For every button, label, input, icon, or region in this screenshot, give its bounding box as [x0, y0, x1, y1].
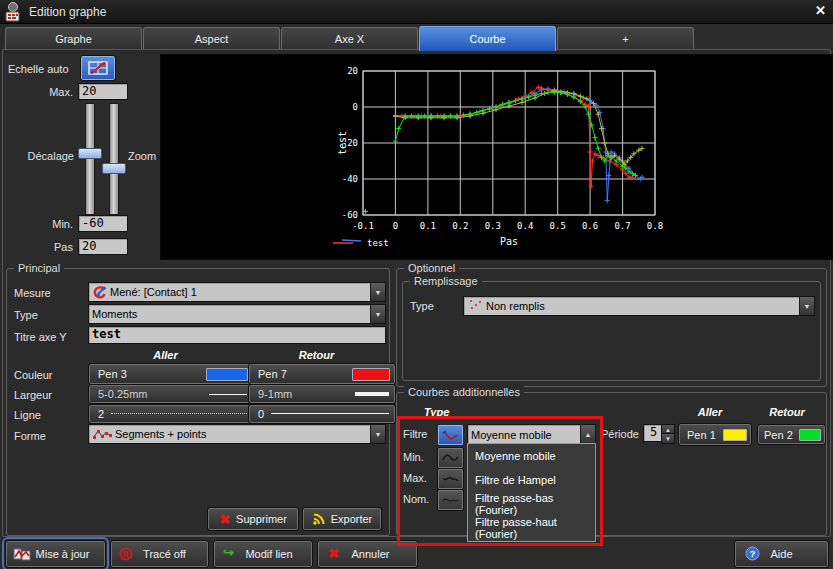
largeur-retour-button[interactable]: 9-1mm: [248, 384, 396, 404]
solid-line-sample: [271, 413, 389, 414]
couleur-label: Couleur: [14, 369, 53, 381]
svg-text:20: 20: [347, 66, 358, 76]
dropdown-option-passe-haut[interactable]: Filtre passe-haut (Fourier): [468, 516, 595, 540]
wave-icon: [441, 452, 460, 465]
app-icon: [3, 1, 23, 22]
svg-text:Pas: Pas: [500, 236, 518, 247]
exporter-button[interactable]: Exporter: [302, 507, 382, 531]
trace-off-button[interactable]: Tracé off: [110, 540, 209, 568]
pen7-color-swatch: [352, 368, 390, 381]
ligne-label: Ligne: [14, 409, 41, 421]
dropdown-option-hampel[interactable]: Filtre de Hampel: [468, 468, 595, 492]
wave-icon: [441, 429, 460, 442]
chevron-down-icon[interactable]: ▼: [370, 305, 385, 323]
chevron-down-icon[interactable]: ▼: [370, 283, 385, 301]
pen1-color-swatch: [723, 429, 747, 441]
periode-spin-down[interactable]: ▼: [661, 433, 675, 444]
chevron-down-icon[interactable]: ▼: [370, 425, 385, 443]
filtre-value: Moyenne mobile: [471, 429, 552, 441]
edition-graphe-dialog: Edition graphe ✕ Graphe Aspect Axe X Cou…: [0, 0, 833, 569]
svg-text:-40: -40: [342, 174, 358, 184]
chevron-up-icon[interactable]: ▲: [580, 425, 595, 444]
tab-plus[interactable]: +: [557, 27, 694, 50]
dropdown-option-passe-bas[interactable]: Filtre passe-bas (Fourier): [468, 492, 595, 516]
max-field[interactable]: 20: [78, 83, 128, 100]
pen1-label: Pen 1: [687, 429, 716, 441]
echelle-auto-label: Echelle auto: [8, 63, 69, 75]
svg-text:0: 0: [353, 102, 358, 112]
courbes-aller-header: Aller: [678, 406, 742, 418]
ligne-retour-button[interactable]: 0: [248, 404, 396, 424]
close-icon[interactable]: ✕: [815, 3, 826, 18]
nom-curve-label: Nom.: [403, 493, 429, 505]
tab-axe-x[interactable]: Axe X: [281, 27, 418, 50]
largeur-aller-button[interactable]: 5-0.25mm: [88, 384, 254, 404]
titre-axe-y-label: Titre axe Y: [14, 331, 67, 343]
remplissage-type-combobox[interactable]: Non remplis ▼: [463, 296, 815, 316]
max-toggle-button[interactable]: [437, 468, 464, 490]
svg-text:0: 0: [393, 221, 398, 231]
zoom-label: Zoom: [128, 150, 156, 162]
zoom-slider-thumb[interactable]: [102, 163, 126, 174]
min-label: Min.: [20, 218, 73, 230]
filtre-toggle-button[interactable]: [437, 424, 464, 446]
chevron-down-icon[interactable]: ▼: [799, 297, 814, 315]
mesure-refresh-icon: [92, 285, 107, 300]
couleur-retour-button[interactable]: Pen 7: [248, 363, 396, 385]
largeur-retour-value: 9-1mm: [258, 388, 292, 400]
decalage-slider-thumb[interactable]: [78, 148, 102, 159]
supprimer-label: Supprimer: [236, 513, 287, 525]
dropdown-option-moyenne-mobile[interactable]: Moyenne mobile: [468, 444, 595, 468]
min-field[interactable]: -60: [78, 215, 128, 232]
forme-value: Segments + points: [115, 428, 206, 440]
svg-text:?: ?: [750, 549, 756, 559]
echelle-auto-button[interactable]: [80, 55, 116, 81]
titre-axe-y-input[interactable]: test: [88, 326, 386, 344]
chart-panel: -0.100.10.20.30.40.50.60.70.8200-20-40-6…: [160, 54, 833, 260]
min-toggle-button[interactable]: [437, 447, 464, 469]
mesure-combobox[interactable]: Mené: [Contact] 1 ▼: [88, 282, 386, 302]
svg-text:0.2: 0.2: [452, 221, 468, 231]
modif-lien-label: Modif lien: [245, 548, 292, 560]
pen2-label: Pen 2: [764, 429, 793, 441]
tab-aspect[interactable]: Aspect: [143, 27, 280, 50]
zoom-slider-track[interactable]: [109, 103, 119, 215]
delete-cross-icon: ✖: [219, 512, 230, 527]
tab-courbe[interactable]: Courbe: [419, 26, 556, 51]
forme-combobox[interactable]: Segments + points ▼: [88, 424, 386, 444]
forme-label: Forme: [14, 430, 46, 442]
optionnel-group-title: Optionnel: [404, 262, 459, 274]
annuler-button[interactable]: ✖ Annuler: [317, 540, 418, 568]
supprimer-button[interactable]: ✖ Supprimer: [207, 507, 299, 531]
largeur-aller-value: 5-0.25mm: [98, 388, 148, 400]
svg-text:0.8: 0.8: [647, 221, 663, 231]
decalage-slider-track[interactable]: [85, 103, 95, 215]
tab-graphe[interactable]: Graphe: [5, 27, 142, 50]
filtre-label: Filtre: [403, 428, 427, 440]
svg-text:0.1: 0.1: [420, 221, 436, 231]
courbes-additionnelles-title: Courbes additionnelles: [404, 386, 524, 398]
wave-icon: [441, 473, 460, 486]
filtre-combobox[interactable]: Moyenne mobile ▲: [467, 424, 596, 445]
help-icon: ?: [745, 546, 760, 561]
mise-a-jour-button[interactable]: Mise à jour: [5, 540, 106, 568]
couleur-aller-button[interactable]: Pen 3: [88, 363, 254, 385]
annuler-label: Annuler: [352, 548, 390, 560]
min-curve-label: Min.: [403, 451, 424, 463]
svg-text:0.5: 0.5: [550, 221, 566, 231]
ligne-retour-value: 0: [258, 408, 264, 420]
pen2-button[interactable]: Pen 2: [757, 424, 826, 445]
type-combobox[interactable]: Moments ▼: [88, 304, 386, 324]
cancel-cross-icon: ✖: [328, 546, 339, 561]
ligne-aller-button[interactable]: 2: [88, 404, 254, 424]
trace-off-icon: [119, 547, 133, 561]
pas-field[interactable]: 20: [78, 238, 128, 255]
autoscale-icon: [87, 60, 109, 76]
pen1-button[interactable]: Pen 1: [678, 423, 752, 446]
principal-group-title: Principal: [14, 262, 64, 274]
aide-button[interactable]: ? Aide: [734, 540, 829, 568]
title-bar: Edition graphe ✕: [0, 0, 833, 24]
modif-lien-button[interactable]: ↪ Modif lien: [213, 540, 313, 568]
type-label: Type: [14, 309, 38, 321]
nom-toggle-button[interactable]: [437, 489, 464, 511]
